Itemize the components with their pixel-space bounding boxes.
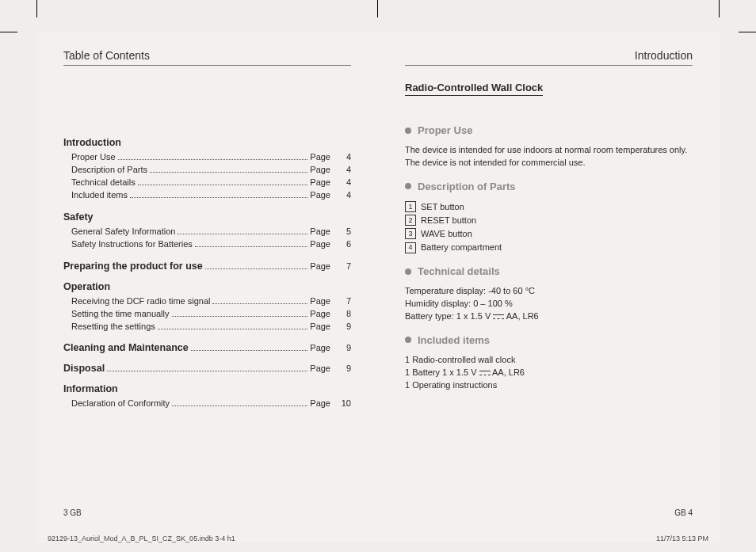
toc-section-title: Operation [63, 281, 351, 292]
right-page: Introduction Radio-Controlled Wall Clock… [378, 32, 720, 542]
section-heading-label: Description of Parts [418, 181, 516, 192]
toc-line: Safety Instructions for BatteriesPage6 [63, 238, 351, 251]
toc-page-number: 6 [338, 238, 351, 251]
crop-mark [377, 0, 378, 17]
section-heading-parts: Description of Parts [405, 181, 693, 192]
toc-line-label: Receiving the DCF radio time signal [71, 295, 210, 308]
toc-section-title: Preparing the product for usePage7 [63, 261, 351, 272]
toc-leader [158, 329, 308, 329]
dc-symbol-icon [493, 314, 504, 320]
toc-section-title: DisposalPage9 [63, 363, 351, 374]
crop-mark [739, 32, 756, 32]
toc-page-label: Page [310, 177, 330, 189]
toc-section: DisposalPage9 [63, 363, 351, 374]
spread: Table of Contents IntroductionProper Use… [36, 32, 720, 542]
toc-line-label: Technical details [71, 177, 136, 189]
toc-section-title: Information [63, 383, 351, 394]
crop-mark [36, 0, 37, 17]
toc-line: Description of PartsPage4 [63, 164, 351, 177]
toc-section: IntroductionProper UsePage4Description o… [63, 137, 351, 202]
toc-page-label: Page [310, 343, 330, 352]
toc-line: General Safety InformationPage5 [63, 226, 351, 238]
toc-section-title-text: Preparing the product for use [63, 261, 203, 272]
page: Table of Contents IntroductionProper Use… [0, 0, 756, 552]
part-row: 2RESET button [405, 214, 693, 227]
toc-page-number: 9 [338, 364, 351, 373]
toc-page-label: Page [310, 261, 330, 271]
right-content: Radio-Controlled Wall Clock Proper Use T… [405, 80, 693, 392]
included-line: 1 Radio-controlled wall clock [405, 355, 515, 364]
toc-section-title-text: Disposal [63, 363, 105, 374]
part-label: SET button [421, 200, 464, 214]
section-heading-proper-use: Proper Use [405, 124, 693, 136]
right-header-title: Introduction [635, 49, 693, 62]
toc-leader [118, 159, 308, 160]
toc-line-label: Declaration of Conformity [71, 398, 170, 410]
toc-section: SafetyGeneral Safety InformationPage5Saf… [63, 211, 351, 251]
toc-page-number: 10 [338, 398, 351, 410]
toc-page-label: Page [310, 364, 330, 373]
folio-left: 3 GB [63, 508, 82, 517]
left-page: Table of Contents IntroductionProper Use… [36, 32, 378, 542]
tech-details: Temperature display: -40 to 60 °C Humidi… [405, 285, 690, 323]
toc-line-label: Setting the time manually [71, 308, 170, 321]
toc-page-label: Page [310, 226, 330, 238]
toc-line: Resetting the settingsPage9 [63, 321, 351, 333]
toc-section-title: Introduction [63, 137, 351, 148]
toc-leader [191, 350, 308, 351]
toc-page-number: 5 [338, 226, 351, 238]
crop-mark [719, 0, 720, 17]
toc-line: Declaration of ConformityPage10 [63, 398, 351, 410]
left-header-title: Table of Contents [63, 49, 150, 62]
part-label: RESET button [421, 214, 476, 227]
header-rule [63, 65, 351, 66]
toc-page-label: Page [310, 164, 330, 177]
toc-section: OperationReceiving the DCF radio time si… [63, 281, 351, 333]
toc-line: Technical detailsPage4 [63, 177, 351, 189]
toc-page-label: Page [310, 151, 330, 164]
toc-leader [172, 316, 308, 317]
toc-line-label: General Safety Information [71, 226, 175, 238]
toc-line: Proper UsePage4 [63, 151, 351, 164]
folio-right: GB 4 [674, 508, 693, 517]
sheet: Table of Contents IntroductionProper Use… [36, 32, 720, 542]
toc-page-label: Page [310, 238, 330, 251]
toc-page-number: 7 [338, 295, 351, 308]
toc-page-number: 7 [338, 261, 351, 271]
part-row: 4Battery compartment [405, 241, 693, 254]
imprint-datetime: 11/7/13 5:13 PM [656, 535, 708, 542]
part-number-box: 1 [405, 201, 416, 212]
part-row: 1SET button [405, 200, 693, 214]
toc-page-number: 8 [338, 308, 351, 321]
toc-section-title: Cleaning and MaintenancePage9 [63, 342, 351, 353]
toc-page-number: 4 [338, 189, 351, 202]
imprint-file: 92129-13_Auriol_Mod_A_B_PL_SI_CZ_SK_05.i… [48, 535, 235, 542]
toc-page-number: 9 [338, 321, 351, 333]
toc-page-number: 4 [338, 164, 351, 177]
section-heading-tech: Technical details [405, 265, 693, 277]
dc-symbol-icon [479, 370, 491, 376]
toc-page-label: Page [310, 308, 330, 321]
bullet-icon [405, 268, 411, 275]
toc-section: Cleaning and MaintenancePage9 [63, 342, 351, 353]
included-line: 1 Operating instructions [405, 380, 497, 390]
toc-page-label: Page [310, 295, 330, 308]
section-heading-label: Proper Use [418, 124, 472, 136]
part-number-box: 3 [405, 228, 416, 239]
toc-leader [138, 185, 308, 185]
parts-list: 1SET button2RESET button3WAVE button4Bat… [405, 200, 693, 254]
proper-use-text: The device is intended for use indoors a… [405, 144, 690, 169]
crop-mark [0, 32, 17, 32]
toc-leader [195, 246, 307, 247]
toc-page-number: 9 [338, 343, 351, 352]
bullet-icon [405, 183, 411, 189]
section-heading-label: Included items [418, 334, 490, 346]
tech-line: Temperature display: -40 to 60 °C [405, 286, 535, 295]
part-number-box: 2 [405, 215, 416, 226]
toc-section-title: Safety [63, 211, 351, 223]
part-row: 3WAVE button [405, 227, 693, 241]
toc-line-label: Description of Parts [71, 164, 147, 177]
toc-leader [150, 172, 307, 173]
toc-page-label: Page [310, 189, 330, 202]
toc-line-label: Included items [71, 189, 128, 202]
